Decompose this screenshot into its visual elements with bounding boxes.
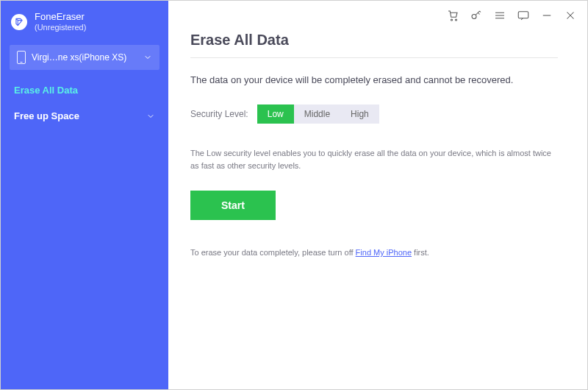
- chevron-down-icon: [143, 53, 152, 62]
- app-name: FoneEraser: [35, 11, 86, 23]
- note-prefix: To erase your data completely, please tu…: [190, 248, 356, 257]
- security-level-description: The Low security level enables you to qu…: [190, 147, 558, 171]
- nav-label: Erase All Data: [14, 85, 78, 96]
- feedback-icon[interactable]: [517, 9, 530, 22]
- license-status: (Unregistered): [35, 23, 86, 33]
- erase-description: The data on your device will be complete…: [190, 74, 558, 85]
- nav-free-up-space[interactable]: Free up Space: [1, 103, 168, 129]
- find-my-iphone-link[interactable]: Find My iPhone: [356, 248, 412, 257]
- svg-point-2: [472, 15, 476, 19]
- cart-icon[interactable]: [446, 9, 459, 22]
- page-title: Erase All Data: [190, 32, 558, 49]
- chevron-down-icon: [146, 112, 155, 121]
- key-icon[interactable]: [470, 9, 483, 22]
- svg-point-0: [451, 19, 452, 21]
- find-my-iphone-note: To erase your data completely, please tu…: [190, 248, 558, 257]
- main-panel: Erase All Data The data on your device w…: [168, 1, 587, 389]
- security-middle-button[interactable]: Middle: [294, 104, 340, 124]
- device-label: Virgi…ne xs(iPhone XS): [32, 52, 137, 63]
- minimize-icon[interactable]: [540, 9, 553, 22]
- security-level-row: Security Level: Low Middle High: [190, 104, 558, 124]
- svg-point-1: [455, 19, 456, 21]
- app-logo-icon: [11, 14, 27, 30]
- security-low-button[interactable]: Low: [257, 104, 294, 124]
- nav-label: Free up Space: [14, 110, 79, 121]
- start-button[interactable]: Start: [190, 191, 276, 220]
- phone-icon: [17, 51, 26, 64]
- menu-icon[interactable]: [493, 9, 506, 22]
- titlebar: [168, 1, 587, 30]
- svg-rect-3: [518, 12, 528, 18]
- sidebar: FoneEraser (Unregistered) Virgi…ne xs(iP…: [1, 1, 168, 389]
- security-level-segmented: Low Middle High: [257, 104, 379, 124]
- divider: [190, 57, 558, 58]
- nav-erase-all-data[interactable]: Erase All Data: [1, 77, 168, 103]
- security-high-button[interactable]: High: [340, 104, 379, 124]
- brand-header: FoneEraser (Unregistered): [1, 1, 168, 40]
- device-selector[interactable]: Virgi…ne xs(iPhone XS): [10, 45, 159, 70]
- content-area: Erase All Data The data on your device w…: [168, 30, 587, 257]
- note-suffix: first.: [412, 248, 429, 257]
- close-icon[interactable]: [564, 9, 577, 22]
- security-level-label: Security Level:: [190, 109, 248, 119]
